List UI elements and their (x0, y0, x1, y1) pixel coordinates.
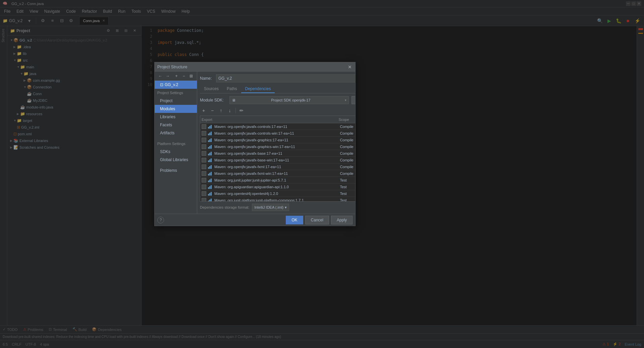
nav-artifacts[interactable]: Artifacts (155, 129, 197, 137)
dep-checkbox-11[interactable] (202, 198, 206, 202)
storage-select[interactable]: IntelliJ IDEA (.iml) ▾ (252, 204, 289, 211)
dep-scope-11: Test ▾ (340, 198, 355, 202)
dep-scope-9: Test ▾ (340, 185, 355, 189)
dep-row-3[interactable]: Maven: org.openjfx:javafx-graphics-win:1… (200, 143, 355, 150)
dep-move-down-button[interactable]: ↓ (226, 107, 233, 114)
platform-settings-label: Platform Settings (157, 142, 185, 146)
dep-row-1[interactable]: Maven: org.openjfx:javafx-controls-win:1… (200, 130, 355, 137)
sdk-label: Module SDK: (200, 98, 227, 102)
nav-global-libraries-label: Global Libraries (160, 157, 188, 162)
dep-scope-4: Compile ▾ (340, 151, 355, 155)
dep-edit-button[interactable]: ✏ (238, 107, 245, 114)
dep-row-7[interactable]: Maven: org.openjfx:javafx-fxml-win:17-ea… (200, 170, 355, 177)
nav-problems[interactable]: Problems (155, 166, 197, 175)
tab-dependencies-label: Dependencies (245, 86, 271, 91)
dep-row-5[interactable]: Maven: org.openjfx:javafx-base-win:17-ea… (200, 157, 355, 163)
dep-name-4: Maven: org.openjfx:javafx-base:17-ea+11 (214, 151, 340, 155)
dialog-remove-button[interactable]: − (181, 73, 187, 79)
dep-maven-icon-9 (208, 185, 213, 189)
dep-row-10[interactable]: Maven: org.opentest4j:opentest4j:1.2.0 T… (200, 190, 355, 197)
dep-checkbox-2[interactable] (202, 138, 206, 142)
dep-maven-icon-8 (208, 178, 213, 183)
storage-value: IntelliJ IDEA (.iml) (254, 205, 283, 209)
cancel-button[interactable]: Cancel (305, 216, 329, 224)
dep-checkbox-0[interactable] (202, 124, 206, 129)
dialog-close-button[interactable]: ✕ (347, 64, 353, 70)
dep-row-8[interactable]: Maven: org.junit.jupiter:junit-jupiter-a… (200, 177, 355, 184)
dep-scope-0: Compile ▾ (340, 125, 355, 129)
tab-dependencies[interactable]: Dependencies (241, 85, 275, 93)
dep-toolbar-sep (235, 108, 236, 113)
dep-remove-button[interactable]: − (209, 107, 216, 114)
nav-facets[interactable]: Facets (155, 121, 197, 129)
nav-libraries[interactable]: Libraries (155, 113, 197, 121)
sdk-dropdown-arrow-icon: ▾ (345, 98, 346, 102)
project-settings-header: Project Settings (155, 89, 197, 97)
dialog-tree-gg-v2-label: GG_v.2 (165, 82, 178, 87)
nav-libraries-label: Libraries (160, 115, 175, 119)
dep-row-9[interactable]: Maven: org.apiguardian:apiguardian-api:1… (200, 184, 355, 190)
nav-project-label: Project (160, 98, 172, 103)
dialog-title: Project Structure (157, 65, 187, 69)
dep-checkbox-6[interactable] (202, 164, 206, 169)
dep-row-4[interactable]: Maven: org.openjfx:javafx-base:17-ea+11 … (200, 150, 355, 157)
dep-scope-7: Compile ▾ (340, 171, 355, 176)
apply-button[interactable]: Apply (331, 216, 353, 224)
dep-row-2[interactable]: Maven: org.openjfx:javafx-graphics:17-ea… (200, 137, 355, 143)
nav-project[interactable]: Project (155, 97, 197, 105)
dep-checkbox-8[interactable] (202, 178, 206, 183)
dep-checkbox-5[interactable] (202, 158, 206, 162)
sdk-icon: 🖥 (232, 98, 235, 102)
edit-sdk-button[interactable]: Edit (352, 96, 355, 104)
nav-sdks-label: SDKs (160, 149, 170, 154)
dialog-nav: ← → + − ⊞ ⊡ GG_v.2 Project Settings (155, 72, 197, 214)
sdk-value: Project SDK openjdk-17 (271, 98, 310, 102)
nav-modules[interactable]: Modules (155, 105, 197, 113)
dep-checkbox-1[interactable] (202, 131, 206, 136)
dep-checkbox-3[interactable] (202, 144, 206, 149)
dep-name-6: Maven: org.openjfx:javafx-fxml:17-ea+11 (214, 165, 340, 169)
dep-scope-8: Test ▾ (340, 178, 355, 182)
dep-move-up-button[interactable]: ↑ (217, 107, 225, 114)
tab-sources[interactable]: Sources (200, 85, 223, 93)
dialog-content: Name: Sources Paths Dependencies (197, 72, 355, 214)
dialog-add-button[interactable]: + (173, 73, 179, 79)
dep-name-11: Maven: org.junit.platform:junit-platform… (214, 198, 340, 202)
dep-scope-10: Test ▾ (340, 192, 355, 196)
storage-dropdown-arrow-icon: ▾ (285, 205, 287, 210)
dependency-table: Export Scope Maven: org.openjfx:javafx-c… (200, 116, 355, 202)
name-input[interactable] (216, 74, 355, 82)
dep-add-button[interactable]: + (200, 107, 207, 114)
dep-scope-2: Compile ▾ (340, 138, 355, 142)
dep-name-2: Maven: org.openjfx:javafx-graphics:17-ea… (214, 138, 340, 142)
dep-maven-icon-2 (208, 138, 213, 142)
dialog-tree-gg-v2[interactable]: ⊡ GG_v.2 (155, 81, 197, 89)
dep-scope-5: Compile ▾ (340, 158, 355, 162)
dep-checkbox-4[interactable] (202, 151, 206, 156)
dep-maven-icon-7 (208, 171, 213, 176)
dep-row-11[interactable]: Maven: org.junit.platform:junit-platform… (200, 197, 355, 202)
ok-button[interactable]: OK (286, 216, 303, 224)
dep-checkbox-7[interactable] (202, 171, 206, 176)
sdk-select[interactable]: 🖥 Project SDK openjdk-17 ▾ (229, 96, 349, 104)
dep-checkbox-9[interactable] (202, 185, 206, 189)
dep-checkbox-10[interactable] (202, 191, 206, 196)
dialog-forward-button[interactable]: → (165, 73, 171, 79)
dep-row-0[interactable]: Maven: org.openjfx:javafx-controls:17-ea… (200, 123, 355, 130)
dep-maven-icon-5 (208, 158, 213, 162)
dialog-back-button[interactable]: ← (157, 73, 163, 79)
dep-toolbar: + − ↑ ↓ ✏ (200, 107, 355, 114)
tab-sources-label: Sources (204, 86, 219, 91)
nav-modules-label: Modules (160, 107, 175, 111)
dep-name-8: Maven: org.junit.jupiter:junit-jupiter-a… (214, 178, 340, 182)
dialog-tabs: Sources Paths Dependencies (200, 85, 355, 93)
nav-artifacts-label: Artifacts (160, 131, 174, 135)
nav-global-libraries[interactable]: Global Libraries (155, 156, 197, 164)
dep-name-1: Maven: org.openjfx:javafx-controls-win:1… (214, 131, 340, 135)
help-button[interactable]: ? (157, 217, 164, 223)
nav-sdks[interactable]: SDKs (155, 148, 197, 156)
dep-row-6[interactable]: Maven: org.openjfx:javafx-fxml:17-ea+11 … (200, 163, 355, 170)
tab-paths[interactable]: Paths (223, 85, 241, 93)
dialog-copy-button[interactable]: ⊞ (188, 73, 194, 79)
dep-table-header: Export Scope (200, 116, 355, 123)
